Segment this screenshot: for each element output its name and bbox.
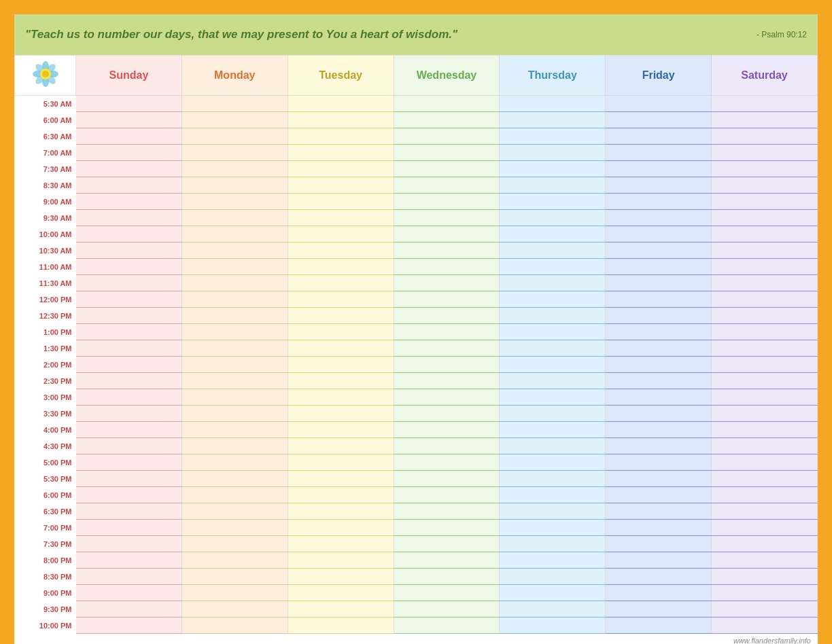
cell-monday[interactable] (181, 454, 288, 471)
cell-tuesday[interactable] (288, 389, 394, 406)
cell-sunday[interactable] (76, 96, 182, 112)
cell-thursday[interactable] (500, 601, 606, 618)
cell-friday[interactable] (606, 601, 712, 618)
cell-monday[interactable] (181, 259, 288, 275)
cell-tuesday[interactable] (288, 552, 394, 569)
cell-sunday[interactable] (76, 503, 182, 520)
cell-monday[interactable] (181, 373, 288, 389)
cell-tuesday[interactable] (288, 471, 394, 487)
cell-wednesday[interactable] (394, 145, 500, 161)
cell-friday[interactable] (606, 275, 712, 291)
cell-monday[interactable] (181, 438, 288, 454)
cell-wednesday[interactable] (394, 601, 500, 618)
cell-friday[interactable] (606, 503, 712, 520)
cell-tuesday[interactable] (288, 601, 394, 618)
cell-thursday[interactable] (500, 536, 606, 552)
cell-thursday[interactable] (500, 259, 606, 275)
cell-wednesday[interactable] (394, 389, 500, 406)
cell-sunday[interactable] (76, 536, 182, 552)
cell-friday[interactable] (606, 552, 712, 569)
cell-thursday[interactable] (500, 569, 606, 585)
cell-monday[interactable] (181, 308, 288, 324)
cell-thursday[interactable] (500, 226, 606, 243)
cell-thursday[interactable] (500, 503, 606, 520)
cell-sunday[interactable] (76, 520, 182, 536)
cell-friday[interactable] (606, 145, 712, 161)
cell-tuesday[interactable] (288, 422, 394, 438)
cell-saturday[interactable] (712, 487, 818, 503)
cell-monday[interactable] (181, 406, 288, 422)
cell-friday[interactable] (606, 422, 712, 438)
cell-friday[interactable] (606, 112, 712, 128)
cell-wednesday[interactable] (394, 471, 500, 487)
cell-wednesday[interactable] (394, 324, 500, 340)
cell-sunday[interactable] (76, 618, 182, 634)
cell-sunday[interactable] (76, 585, 182, 601)
cell-saturday[interactable] (712, 471, 818, 487)
cell-wednesday[interactable] (394, 585, 500, 601)
cell-thursday[interactable] (500, 357, 606, 373)
cell-sunday[interactable] (76, 373, 182, 389)
cell-saturday[interactable] (712, 194, 818, 210)
cell-wednesday[interactable] (394, 112, 500, 128)
cell-monday[interactable] (181, 128, 288, 145)
cell-saturday[interactable] (712, 454, 818, 471)
cell-monday[interactable] (181, 422, 288, 438)
cell-wednesday[interactable] (394, 96, 500, 112)
cell-sunday[interactable] (76, 161, 182, 177)
cell-monday[interactable] (181, 177, 288, 194)
cell-tuesday[interactable] (288, 308, 394, 324)
cell-sunday[interactable] (76, 194, 182, 210)
cell-monday[interactable] (181, 503, 288, 520)
cell-monday[interactable] (181, 194, 288, 210)
cell-wednesday[interactable] (394, 552, 500, 569)
cell-tuesday[interactable] (288, 373, 394, 389)
cell-wednesday[interactable] (394, 618, 500, 634)
cell-wednesday[interactable] (394, 422, 500, 438)
cell-saturday[interactable] (712, 357, 818, 373)
cell-friday[interactable] (606, 308, 712, 324)
cell-saturday[interactable] (712, 569, 818, 585)
cell-saturday[interactable] (712, 536, 818, 552)
cell-sunday[interactable] (76, 308, 182, 324)
cell-saturday[interactable] (712, 275, 818, 291)
cell-tuesday[interactable] (288, 291, 394, 308)
cell-tuesday[interactable] (288, 569, 394, 585)
cell-monday[interactable] (181, 601, 288, 618)
cell-wednesday[interactable] (394, 487, 500, 503)
cell-thursday[interactable] (500, 324, 606, 340)
cell-friday[interactable] (606, 243, 712, 259)
cell-saturday[interactable] (712, 438, 818, 454)
cell-tuesday[interactable] (288, 340, 394, 357)
cell-monday[interactable] (181, 585, 288, 601)
cell-friday[interactable] (606, 406, 712, 422)
cell-sunday[interactable] (76, 226, 182, 243)
cell-sunday[interactable] (76, 177, 182, 194)
cell-wednesday[interactable] (394, 569, 500, 585)
cell-friday[interactable] (606, 471, 712, 487)
cell-tuesday[interactable] (288, 454, 394, 471)
cell-thursday[interactable] (500, 112, 606, 128)
cell-sunday[interactable] (76, 275, 182, 291)
cell-sunday[interactable] (76, 487, 182, 503)
cell-thursday[interactable] (500, 145, 606, 161)
cell-wednesday[interactable] (394, 536, 500, 552)
cell-wednesday[interactable] (394, 243, 500, 259)
cell-friday[interactable] (606, 259, 712, 275)
cell-monday[interactable] (181, 536, 288, 552)
cell-monday[interactable] (181, 275, 288, 291)
cell-tuesday[interactable] (288, 357, 394, 373)
cell-friday[interactable] (606, 210, 712, 226)
cell-wednesday[interactable] (394, 259, 500, 275)
cell-monday[interactable] (181, 96, 288, 112)
cell-tuesday[interactable] (288, 438, 394, 454)
cell-sunday[interactable] (76, 210, 182, 226)
cell-saturday[interactable] (712, 96, 818, 112)
cell-friday[interactable] (606, 438, 712, 454)
cell-tuesday[interactable] (288, 503, 394, 520)
cell-saturday[interactable] (712, 177, 818, 194)
cell-sunday[interactable] (76, 128, 182, 145)
cell-saturday[interactable] (712, 389, 818, 406)
cell-thursday[interactable] (500, 308, 606, 324)
cell-thursday[interactable] (500, 520, 606, 536)
